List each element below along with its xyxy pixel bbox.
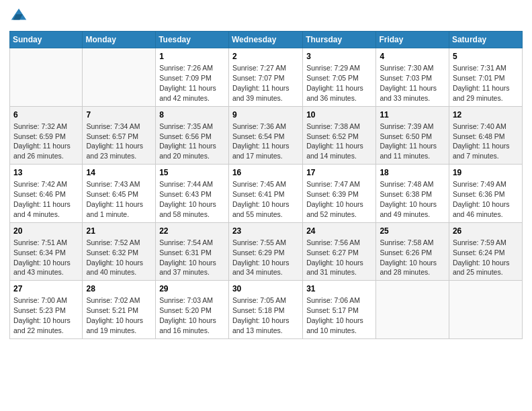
calendar-cell: 4 Sunrise: 7:30 AM Sunset: 7:03 PM Dayli… <box>376 48 449 107</box>
sunrise-text: Sunrise: 7:05 AM <box>232 296 286 304</box>
daylight-text: Daylight: 10 hours and 28 minutes. <box>380 259 437 277</box>
sunrise-text: Sunrise: 7:29 AM <box>306 64 360 72</box>
sunset-text: Sunset: 6:50 PM <box>380 132 432 140</box>
sunset-text: Sunset: 6:43 PM <box>159 190 212 198</box>
day-number: 24 <box>306 226 372 236</box>
day-number: 7 <box>86 109 152 120</box>
day-number: 28 <box>86 283 152 294</box>
sunrise-text: Sunrise: 7:38 AM <box>306 122 360 130</box>
daylight-text: Daylight: 10 hours and 49 minutes. <box>380 200 437 218</box>
daylight-text: Daylight: 10 hours and 34 minutes. <box>232 259 290 277</box>
calendar-cell: 14 Sunrise: 7:43 AM Sunset: 6:45 PM Dayl… <box>83 165 156 223</box>
calendar-cell: 28 Sunrise: 7:02 AM Sunset: 5:21 PM Dayl… <box>83 281 156 339</box>
calendar-cell: 23 Sunrise: 7:55 AM Sunset: 6:29 PM Dayl… <box>228 222 302 281</box>
sunrise-text: Sunrise: 7:34 AM <box>86 122 140 130</box>
col-thursday: Thursday <box>303 32 376 48</box>
sunset-text: Sunset: 6:57 PM <box>86 132 138 140</box>
sunset-text: Sunset: 6:31 PM <box>159 248 212 257</box>
calendar-week-row: 6 Sunrise: 7:32 AM Sunset: 6:59 PM Dayli… <box>10 106 523 165</box>
calendar-cell: 2 Sunrise: 7:27 AM Sunset: 7:07 PM Dayli… <box>228 48 302 107</box>
sunset-text: Sunset: 6:34 PM <box>13 248 66 257</box>
calendar-cell: 6 Sunrise: 7:32 AM Sunset: 6:59 PM Dayli… <box>10 106 83 165</box>
day-number: 2 <box>232 51 299 62</box>
sunset-text: Sunset: 7:03 PM <box>380 74 432 82</box>
daylight-text: Daylight: 11 hours and 14 minutes. <box>306 142 363 160</box>
sunrise-text: Sunrise: 7:47 AM <box>306 180 360 188</box>
sunrise-text: Sunrise: 7:54 AM <box>159 238 213 246</box>
calendar-cell: 13 Sunrise: 7:42 AM Sunset: 6:46 PM Dayl… <box>10 165 83 223</box>
sunset-text: Sunset: 7:01 PM <box>453 74 505 82</box>
day-number: 15 <box>159 167 225 178</box>
day-number: 4 <box>380 51 445 62</box>
sunset-text: Sunset: 7:07 PM <box>232 74 285 82</box>
sunset-text: Sunset: 7:09 PM <box>159 74 212 82</box>
sunset-text: Sunset: 6:29 PM <box>232 248 285 257</box>
daylight-text: Daylight: 11 hours and 1 minute. <box>86 200 143 218</box>
day-number: 30 <box>232 283 299 294</box>
sunrise-text: Sunrise: 7:45 AM <box>232 180 286 188</box>
col-sunday: Sunday <box>10 32 83 48</box>
day-number: 27 <box>13 283 79 294</box>
sunset-text: Sunset: 5:23 PM <box>13 306 66 314</box>
daylight-text: Daylight: 10 hours and 52 minutes. <box>306 200 363 218</box>
calendar-cell: 3 Sunrise: 7:29 AM Sunset: 7:05 PM Dayli… <box>303 48 376 107</box>
calendar-cell: 12 Sunrise: 7:40 AM Sunset: 6:48 PM Dayl… <box>449 106 522 165</box>
sunset-text: Sunset: 6:41 PM <box>232 190 285 198</box>
col-wednesday: Wednesday <box>228 32 302 48</box>
calendar-week-row: 27 Sunrise: 7:00 AM Sunset: 5:23 PM Dayl… <box>10 281 523 339</box>
sunrise-text: Sunrise: 7:26 AM <box>159 64 213 72</box>
day-number: 23 <box>232 226 299 236</box>
col-saturday: Saturday <box>449 32 522 48</box>
sunset-text: Sunset: 5:20 PM <box>159 306 212 314</box>
calendar-cell <box>10 48 83 107</box>
daylight-text: Daylight: 11 hours and 4 minutes. <box>13 200 71 218</box>
calendar-cell: 1 Sunrise: 7:26 AM Sunset: 7:09 PM Dayli… <box>156 48 229 107</box>
calendar-cell: 10 Sunrise: 7:38 AM Sunset: 6:52 PM Dayl… <box>303 106 376 165</box>
sunset-text: Sunset: 6:24 PM <box>453 248 505 257</box>
sunrise-text: Sunrise: 7:44 AM <box>159 180 213 188</box>
sunset-text: Sunset: 6:59 PM <box>13 132 66 140</box>
calendar-cell: 15 Sunrise: 7:44 AM Sunset: 6:43 PM Dayl… <box>156 165 229 223</box>
daylight-text: Daylight: 11 hours and 36 minutes. <box>306 84 363 102</box>
day-number: 1 <box>159 51 225 62</box>
day-number: 26 <box>453 226 519 236</box>
sunrise-text: Sunrise: 7:58 AM <box>380 238 433 246</box>
sunrise-text: Sunrise: 7:39 AM <box>380 122 433 130</box>
daylight-text: Daylight: 11 hours and 29 minutes. <box>453 84 510 102</box>
sunrise-text: Sunrise: 7:51 AM <box>13 238 67 246</box>
day-number: 10 <box>306 109 372 120</box>
sunrise-text: Sunrise: 7:36 AM <box>232 122 286 130</box>
sunrise-text: Sunrise: 7:27 AM <box>232 64 286 72</box>
calendar-cell: 18 Sunrise: 7:48 AM Sunset: 6:38 PM Dayl… <box>376 165 449 223</box>
col-tuesday: Tuesday <box>156 32 229 48</box>
calendar-cell: 31 Sunrise: 7:06 AM Sunset: 5:17 PM Dayl… <box>303 281 376 339</box>
daylight-text: Daylight: 10 hours and 31 minutes. <box>306 259 363 277</box>
calendar-cell: 17 Sunrise: 7:47 AM Sunset: 6:39 PM Dayl… <box>303 165 376 223</box>
sunrise-text: Sunrise: 7:00 AM <box>13 296 67 304</box>
daylight-text: Daylight: 10 hours and 10 minutes. <box>306 316 363 334</box>
sunrise-text: Sunrise: 7:48 AM <box>380 180 433 188</box>
daylight-text: Daylight: 10 hours and 16 minutes. <box>159 316 216 334</box>
daylight-text: Daylight: 11 hours and 33 minutes. <box>380 84 437 102</box>
day-number: 6 <box>13 109 79 120</box>
day-number: 5 <box>453 51 519 62</box>
day-number: 12 <box>453 109 519 120</box>
daylight-text: Daylight: 11 hours and 20 minutes. <box>159 142 216 160</box>
day-number: 8 <box>159 109 225 120</box>
calendar-cell: 9 Sunrise: 7:36 AM Sunset: 6:54 PM Dayli… <box>228 106 302 165</box>
daylight-text: Daylight: 10 hours and 58 minutes. <box>159 200 216 218</box>
calendar-cell: 7 Sunrise: 7:34 AM Sunset: 6:57 PM Dayli… <box>83 106 156 165</box>
calendar-week-row: 1 Sunrise: 7:26 AM Sunset: 7:09 PM Dayli… <box>10 48 523 107</box>
calendar-cell <box>449 281 522 339</box>
calendar-cell: 25 Sunrise: 7:58 AM Sunset: 6:26 PM Dayl… <box>376 222 449 281</box>
sunset-text: Sunset: 5:18 PM <box>232 306 285 314</box>
daylight-text: Daylight: 11 hours and 11 minutes. <box>380 142 437 160</box>
day-number: 18 <box>380 167 445 178</box>
sunrise-text: Sunrise: 7:43 AM <box>86 180 140 188</box>
daylight-text: Daylight: 11 hours and 39 minutes. <box>232 84 290 102</box>
day-number: 16 <box>232 167 299 178</box>
sunrise-text: Sunrise: 7:32 AM <box>13 122 67 130</box>
day-number: 11 <box>380 109 445 120</box>
calendar-header-row: Sunday Monday Tuesday Wednesday Thursday… <box>10 32 523 48</box>
daylight-text: Daylight: 10 hours and 13 minutes. <box>232 316 290 334</box>
